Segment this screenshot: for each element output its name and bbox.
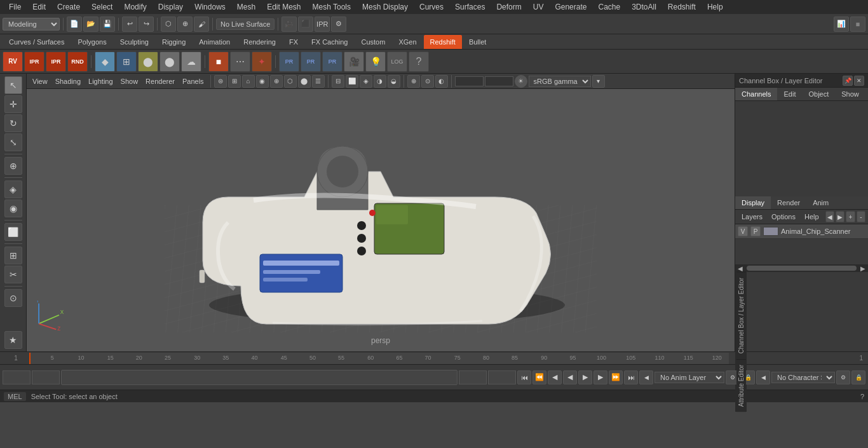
shelf-tab-fx[interactable]: FX [283,35,304,49]
shelf-tab-rigging[interactable]: Rigging [156,35,192,49]
viewport[interactable]: X Y Z persp [27,89,735,351]
move-tool-btn[interactable]: ✛ [4,95,22,113]
playback-bar[interactable]: 120 [61,370,458,385]
anim-layer-arrow-left[interactable]: ◀ [639,370,653,384]
no-live-btn[interactable]: No Live Surface [216,18,275,30]
show-tab[interactable]: Show [835,88,865,100]
script-mode-display[interactable]: MEL [4,392,26,401]
menu-mesh-tools[interactable]: Mesh Tools [308,1,356,13]
isolate-btn[interactable]: ⊕ [270,75,283,88]
shelf-icon-pr2[interactable]: PR [301,51,321,72]
menu-edit[interactable]: Edit [27,1,51,13]
gamma-icon[interactable]: ☀ [515,75,527,88]
anim-layer-select[interactable]: No Anim Layer [654,372,724,383]
shading-menu-btn[interactable]: Shading [52,77,84,86]
shelf-icon-ipr[interactable]: IPR [24,51,44,72]
menu-deform[interactable]: Deform [491,1,526,13]
layers-tab-btn[interactable]: Layers [738,212,766,222]
viewport-ss-btn[interactable]: ◐ [435,75,448,88]
viewport-msaa-btn[interactable]: ⊙ [421,75,434,88]
settings-btn[interactable]: ⚙ [331,17,346,32]
max-time-input[interactable]: 200 [488,370,516,384]
channel-box-btn[interactable]: 📊 [834,17,849,32]
panel-pin-btn[interactable]: 📌 [843,76,853,86]
layer-remove-btn[interactable]: - [857,211,865,222]
shelf-icon-grid[interactable]: ⊞ [116,51,137,72]
menu-cache[interactable]: Cache [593,1,625,13]
shelf-icon-cam[interactable]: 🎥 [344,51,364,72]
edit-tab[interactable]: Edit [777,88,802,100]
smooth-shade-btn[interactable]: ⬤ [298,75,311,88]
shelf-icon-rv[interactable]: RV [3,51,23,72]
shelf-tab-polygons[interactable]: Polygons [71,35,112,49]
layer-add-btn[interactable]: + [846,211,855,222]
layers-scrollbar[interactable]: ◀ ▶ [735,264,868,272]
menu-modify[interactable]: Modify [119,1,151,13]
ipr-btn[interactable]: IPR [315,17,330,32]
menu-generate[interactable]: Generate [550,1,592,13]
wireframe-btn[interactable]: ⬡ [284,75,297,88]
show-menu-btn[interactable]: Show [118,77,142,86]
marquee-select-btn[interactable]: ⬜ [4,223,22,241]
shelf-icon-question[interactable]: ? [409,51,429,72]
render-btn[interactable]: ⬛ [298,17,313,32]
shelf-icon-pr1[interactable]: PR [279,51,299,72]
time-ruler[interactable]: 1 5 10 15 20 25 30 35 40 45 50 55 60 65 … [29,353,729,364]
multi-cut-btn[interactable]: ✂ [4,266,22,283]
lasso-tool-btn[interactable]: ⊕ [177,17,193,32]
soft-select-btn[interactable]: ◉ [4,200,22,217]
cam-fov-input[interactable]: 1.00 [485,76,513,86]
layer-playback-btn[interactable]: P [750,226,761,236]
shelf-icon-knot[interactable]: ✦ [252,51,272,72]
menu-windows[interactable]: Windows [189,1,231,13]
channels-tab[interactable]: Channels [735,88,777,100]
shelf-icon-sphere[interactable]: ⬤ [138,51,158,72]
lighting-menu-btn[interactable]: Lighting [85,77,116,86]
playback-end-input[interactable]: 120 [429,371,454,379]
menu-file[interactable]: File [4,1,26,13]
scroll-right-btn[interactable]: ▶ [858,264,868,272]
viewport-aa-btn[interactable]: ⊕ [407,75,420,88]
shelf-icon-render[interactable]: RND [67,51,88,72]
cam-prev-btn[interactable]: ⊜ [214,75,227,88]
layer-next-btn[interactable]: ▶ [836,211,844,222]
select-tool-btn[interactable]: ⬡ [161,17,176,32]
cam-next-btn[interactable]: ⊞ [228,75,241,88]
show-manip-btn[interactable]: ⊙ [4,289,22,307]
save-scene-btn[interactable]: 💾 [100,17,115,32]
workspace-dropdown[interactable]: Modeling [3,18,60,31]
menu-3dtoa[interactable]: 3DtoAll [627,1,661,13]
undo-btn[interactable]: ↩ [122,17,137,32]
channel-box-tab[interactable]: Channel Box / Layer Editor [736,272,746,359]
shelf-icon-light[interactable]: 💡 [365,51,386,72]
shelf-icon-cube[interactable]: ■ [208,51,229,72]
scale-tool-btn[interactable]: ⤡ [4,133,22,151]
range-end-input[interactable]: 120 [459,370,487,384]
play-fwd-btn[interactable]: ▶ [578,370,592,384]
view-menu-btn[interactable]: View [29,77,51,86]
cam-x-input[interactable]: 0.00 [455,76,484,86]
jump-end-btn[interactable]: ⏭ [624,370,638,384]
shelf-icon-ipr2[interactable]: IPR [46,51,66,72]
menu-mesh-display[interactable]: Mesh Display [357,1,413,13]
cam-home-btn[interactable]: ⌂ [242,75,255,88]
menu-surfaces[interactable]: Surfaces [450,1,490,13]
add-div-btn[interactable]: ⊞ [4,247,22,264]
menu-redshift[interactable]: Redshift [663,1,701,13]
char-set-arrow[interactable]: ◀ [756,370,770,384]
object-tab[interactable]: Object [802,88,835,100]
next-frame-btn[interactable]: ▶ [593,370,607,384]
hud-btn[interactable]: ⬜ [346,75,358,88]
options-tab-btn[interactable]: Options [768,212,799,222]
render-tab[interactable]: Render [771,196,806,209]
renderer-menu-btn[interactable]: Renderer [142,77,178,86]
snap-surface-btn[interactable]: ◈ [4,180,22,198]
redo-btn[interactable]: ↪ [139,17,154,32]
quick-sel-btn[interactable]: ★ [4,331,22,349]
anim-tab[interactable]: Anim [806,196,835,209]
play-back-btn[interactable]: ◀ [563,370,577,384]
shelf-tab-animation[interactable]: Animation [193,35,236,49]
attribute-editor-tab[interactable]: Attribute Editor [736,359,746,412]
shelf-icon-pr3[interactable]: PR [322,51,342,72]
display-tab[interactable]: Display [735,196,771,209]
